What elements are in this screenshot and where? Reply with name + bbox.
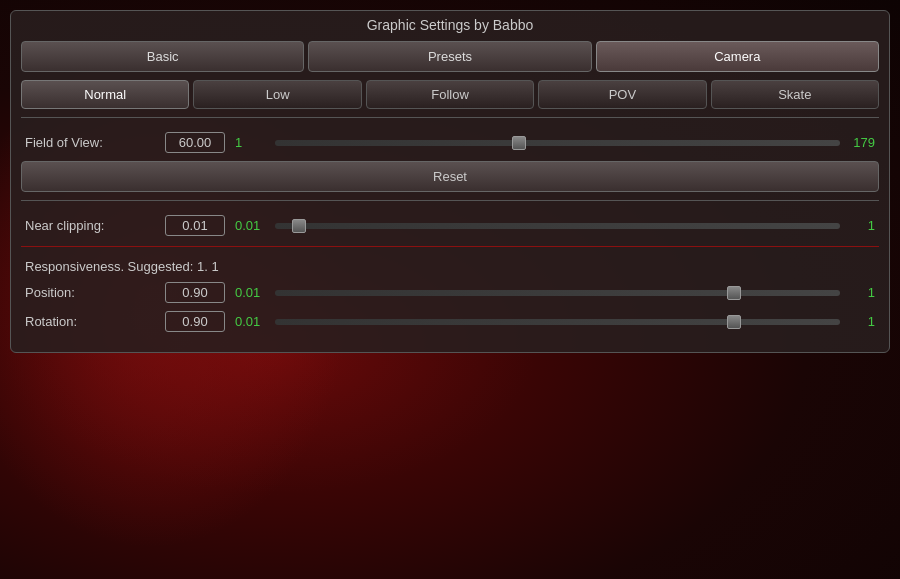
preset-follow[interactable]: Follow: [366, 80, 534, 109]
panel-title: Graphic Settings by Babbo: [11, 11, 889, 41]
rotation-max: 1: [850, 314, 875, 329]
position-row: Position: 0.90 0.01 1: [11, 278, 889, 307]
preset-normal[interactable]: Normal: [21, 80, 189, 109]
position-value[interactable]: 0.90: [165, 282, 225, 303]
near-clipping-max: 1: [850, 218, 875, 233]
divider-mid: [21, 200, 879, 201]
responsiveness-label: Responsiveness. Suggested: 1. 1: [11, 253, 889, 278]
fov-value[interactable]: 60.00: [165, 132, 225, 153]
preset-row: Normal Low Follow POV Skate: [11, 80, 889, 117]
rotation-thumb[interactable]: [727, 315, 741, 329]
position-max: 1: [850, 285, 875, 300]
rotation-slider[interactable]: [275, 319, 840, 325]
settings-panel: Graphic Settings by Babbo Basic Presets …: [10, 10, 890, 353]
rotation-label: Rotation:: [25, 314, 155, 329]
fov-label: Field of View:: [25, 135, 155, 150]
preset-skate[interactable]: Skate: [711, 80, 879, 109]
near-clipping-value[interactable]: 0.01: [165, 215, 225, 236]
tab-camera[interactable]: Camera: [596, 41, 879, 72]
reset-button[interactable]: Reset: [21, 161, 879, 192]
position-thumb[interactable]: [727, 286, 741, 300]
fov-row: Field of View: 60.00 1 179: [11, 128, 889, 157]
near-clipping-thumb[interactable]: [292, 219, 306, 233]
near-clipping-row: Near clipping: 0.01 0.01 1: [11, 211, 889, 240]
position-label: Position:: [25, 285, 155, 300]
position-slider[interactable]: [275, 290, 840, 296]
tab-presets[interactable]: Presets: [308, 41, 591, 72]
near-clipping-label: Near clipping:: [25, 218, 155, 233]
near-clipping-slider[interactable]: [275, 223, 840, 229]
fov-max: 179: [850, 135, 875, 150]
tab-basic[interactable]: Basic: [21, 41, 304, 72]
rotation-value[interactable]: 0.90: [165, 311, 225, 332]
fov-thumb[interactable]: [512, 136, 526, 150]
divider-top: [21, 117, 879, 118]
position-min: 0.01: [235, 285, 265, 300]
rotation-row: Rotation: 0.90 0.01 1: [11, 307, 889, 336]
fov-slider[interactable]: [275, 140, 840, 146]
preset-pov[interactable]: POV: [538, 80, 706, 109]
section-divider: [21, 246, 879, 247]
preset-low[interactable]: Low: [193, 80, 361, 109]
fov-min: 1: [235, 135, 265, 150]
main-tabs: Basic Presets Camera: [11, 41, 889, 80]
reset-row: Reset: [11, 157, 889, 200]
near-clipping-min: 0.01: [235, 218, 265, 233]
rotation-min: 0.01: [235, 314, 265, 329]
